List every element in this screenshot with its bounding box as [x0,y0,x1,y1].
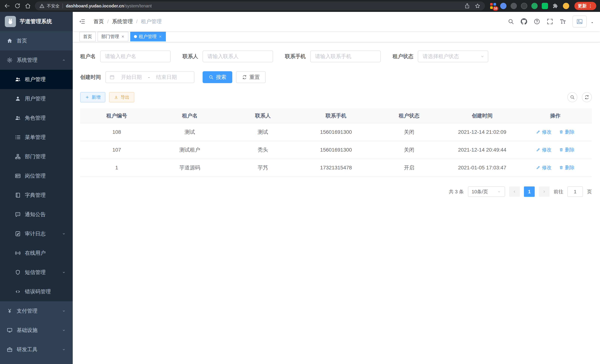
avatar-dropdown-caret[interactable] [590,21,594,25]
url-domain: dashboard.yudao.iocoder.cn [66,3,124,8]
sidebar-item-home[interactable]: 首页 [0,31,73,50]
search-button[interactable]: 搜索 [203,71,232,83]
table-row[interactable]: 107 测试租户 秃头 15601691300 关闭 2021-12-14 20… [80,141,592,159]
breadcrumb-system[interactable]: 系统管理 [112,18,133,25]
prev-page-button[interactable] [509,187,520,197]
extension-icon-green[interactable] [531,3,538,9]
sidebar-item-audit-log[interactable]: 审计日志 [0,224,73,243]
reset-button[interactable]: 重置 [236,71,266,83]
sidebar-item-dict-management[interactable]: 字典管理 [0,186,73,205]
sidebar: 芋道管理系统 首页 系统管理 租户管理 用户管理 角色管理 菜单管理 部门管理 … [0,12,73,364]
extension-icon-grid[interactable]: 10 [490,3,496,9]
audit-log-icon [15,231,21,237]
content: 租户名 联系人 联系手机 租户状态 [73,42,600,364]
extension-icon-dark[interactable] [511,3,517,9]
sidebar-item-dept-management[interactable]: 部门管理 [0,147,73,166]
phone-label: 联系手机 [285,53,306,60]
logo[interactable]: 芋道管理系统 [0,12,73,31]
avatar[interactable] [572,16,587,28]
start-date-input[interactable] [115,74,147,80]
sidebar-item-system-management[interactable]: 系统管理 [0,50,73,70]
add-button[interactable]: 新增 [80,92,105,103]
sidebar-item-label: 在线用户 [25,250,46,257]
github-button[interactable] [521,18,527,25]
sidebar-item-notice[interactable]: 通知公告 [0,205,73,224]
export-button[interactable]: 导出 [109,92,134,103]
tenant-name-input[interactable] [100,50,171,62]
tab-dept-management[interactable]: 部门管理 [98,32,128,41]
edit-link[interactable]: 修改 [536,164,552,171]
breadcrumb-home[interactable]: 首页 [94,18,104,25]
sidebar-item-payment[interactable]: 支付管理 [0,301,73,321]
table-row[interactable]: 108 测试 测试 15601691300 关闭 2021-12-14 21:0… [80,123,592,141]
refresh-table-button[interactable] [582,92,592,102]
col-header-created: 创建时间 [446,108,519,123]
extension-icon-blue[interactable] [500,3,506,9]
goto-page-input[interactable] [567,187,583,197]
share-icon[interactable] [464,3,470,9]
online-signal-icon [15,250,21,256]
bookmark-star-icon[interactable] [475,3,480,9]
extension-icon-dark-2[interactable] [521,3,527,9]
sidebar-item-menu-management[interactable]: 菜单管理 [0,128,73,147]
font-size-button[interactable] [560,18,566,25]
sidebar-item-error-code[interactable]: 错误码管理 [0,282,73,301]
phone-input[interactable] [310,50,381,62]
tab-tenant-management[interactable]: 租户管理 [130,32,166,41]
address-bar[interactable]: 不安全 dashboard.yudao.iocoder.cn/system/te… [35,1,485,10]
help-button[interactable] [534,18,540,25]
security-chip[interactable]: 不安全 [39,3,60,9]
end-date-input[interactable] [150,74,182,80]
sidebar-item-sms-management[interactable]: 短信管理 [0,263,73,282]
contact-input[interactable] [203,50,273,62]
close-icon[interactable] [121,35,125,38]
col-header-tenant-id: 租户编号 [80,108,153,123]
tenant-status-select[interactable] [418,50,488,62]
sidebar-item-tenant-management[interactable]: 租户管理 [0,70,73,89]
cell-tenant-id: 108 [80,123,153,141]
sidebar-item-dev-tools[interactable]: 研发工具 [0,340,73,359]
fullscreen-button[interactable] [547,18,553,25]
breadcrumb-separator: / [107,19,109,25]
next-page-button[interactable] [539,187,550,197]
edit-link[interactable]: 修改 [536,147,552,153]
profile-avatar-icon[interactable] [563,3,569,9]
page-number-1[interactable]: 1 [524,187,535,197]
delete-link[interactable]: 删除 [559,129,575,135]
update-button[interactable]: 更新 [574,2,596,10]
browser-reload-button[interactable] [14,3,21,9]
browser-home-button[interactable] [25,3,31,9]
sidebar-item-post-management[interactable]: 岗位管理 [0,166,73,186]
tenant-name-field: 租户名 [80,50,171,62]
header-search-button[interactable] [508,18,514,25]
table-row[interactable]: 1 芋道源码 芋艿 17321315478 开启 2021-01-05 17:0… [80,159,592,177]
menu-list-icon [15,134,21,140]
edit-link[interactable]: 修改 [536,129,552,135]
pagination-total: 共 3 条 [449,188,464,195]
extension-icon-chat[interactable] [542,3,548,9]
contact-field: 联系人 [183,50,273,62]
cell-actions: 修改 删除 [519,123,592,141]
fullscreen-icon [547,18,553,25]
tab-home[interactable]: 首页 [79,32,96,41]
tenant-status-input[interactable] [418,50,488,62]
sidebar-item-user-management[interactable]: 用户管理 [0,89,73,108]
sidebar-item-role-management[interactable]: 角色管理 [0,108,73,128]
back-arrow-icon [4,3,10,9]
create-time-range-picker[interactable]: - [105,71,194,83]
tenant-table: 租户编号 租户名 联系人 联系手机 租户状态 创建时间 操作 108 测试 [80,108,592,177]
extensions-puzzle-icon[interactable] [552,3,559,9]
home-icon [25,3,31,9]
delete-link[interactable]: 删除 [559,164,575,171]
browser-back-button[interactable] [4,3,10,9]
sidebar-item-label: 用户管理 [25,95,46,102]
sidebar-item-online-users[interactable]: 在线用户 [0,243,73,263]
toggle-search-button[interactable] [567,92,577,102]
sidebar-item-label: 短信管理 [25,269,46,276]
hamburger-icon[interactable] [79,18,85,25]
sidebar-item-infrastructure[interactable]: 基础设施 [0,321,73,340]
cell-status: 关闭 [373,123,446,141]
close-icon[interactable] [159,35,162,38]
delete-link[interactable]: 删除 [559,147,575,153]
page-size-select[interactable]: 10条/页 [468,187,505,197]
